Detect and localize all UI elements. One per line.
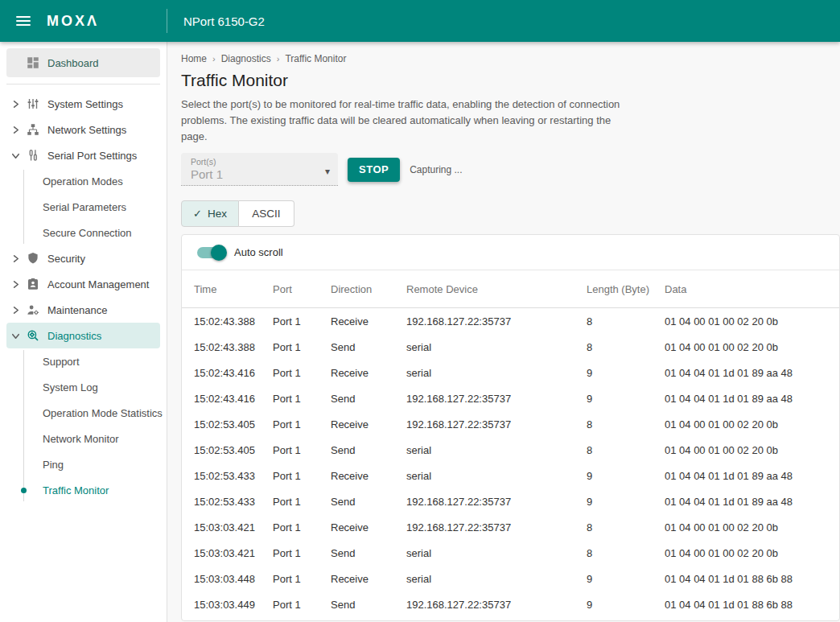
table-cell: 15:03:03.448	[194, 573, 273, 585]
moxa-logo: MOXΛ	[47, 13, 99, 30]
hex-toggle-label: Hex	[208, 208, 227, 220]
sidebar-subitem-traffic-monitor[interactable]: Traffic Monitor	[0, 477, 167, 503]
table-cell: Port 1	[273, 496, 331, 508]
breadcrumb-home[interactable]: Home	[181, 53, 207, 64]
table-cell: 01 04 00 01 00 02 20 0b	[665, 521, 839, 533]
sidebar-item-label: Security	[47, 253, 85, 265]
sidebar-subitem-operation-mode-statistics[interactable]: Operation Mode Statistics	[0, 400, 167, 426]
table-cell: 01 04 00 01 00 02 20 0b	[665, 444, 839, 456]
breadcrumb-diagnostics[interactable]: Diagnostics	[221, 53, 271, 64]
sidebar-subitem-support[interactable]: Support	[0, 348, 167, 374]
column-header: Time	[194, 283, 273, 295]
table-cell: 192.168.127.22:35737	[406, 418, 587, 430]
table-cell: serial	[406, 547, 587, 559]
diagnostics-icon	[24, 328, 42, 343]
hex-toggle-button[interactable]: ✓ Hex	[181, 200, 239, 227]
system-settings-icon	[24, 97, 42, 111]
table-cell: 15:03:03.421	[194, 521, 273, 533]
table-cell: Receive	[331, 367, 406, 379]
sidebar-item-serial-port-settings[interactable]: Serial Port Settings	[6, 142, 160, 168]
table-cell: 9	[587, 599, 665, 611]
stop-button[interactable]: STOP	[348, 158, 400, 182]
sidebar-subitem-network-monitor[interactable]: Network Monitor	[0, 426, 167, 451]
table-cell: Port 1	[273, 521, 331, 533]
sidebar-item-dashboard[interactable]: Dashboard	[6, 48, 160, 77]
table-cell: 01 04 04 01 1d 01 89 aa 48	[665, 470, 839, 482]
auto-scroll-toggle[interactable]	[197, 247, 224, 258]
table-cell: 15:02:53.405	[194, 418, 273, 430]
sidebar-subitem-system-log[interactable]: System Log	[0, 374, 167, 400]
breadcrumb-separator-icon: ›	[212, 54, 216, 64]
table-cell: Port 1	[273, 418, 331, 430]
network-settings-icon	[24, 122, 42, 137]
table-cell: Receive	[331, 470, 406, 482]
sidebar-subitem-label: Serial Parameters	[43, 201, 126, 213]
table-cell: 15:02:43.388	[194, 341, 273, 353]
serial-port-settings-icon	[24, 148, 42, 163]
table-row: 15:02:53.433Port 1Send192.168.127.22:357…	[182, 488, 839, 514]
table-cell: serial	[406, 573, 587, 585]
sidebar-subitem-label: Support	[43, 356, 80, 368]
device-name: NPort 6150-G2	[183, 14, 265, 28]
table-cell: 192.168.127.22:35737	[406, 521, 587, 533]
sidebar-item-security[interactable]: Security	[6, 245, 160, 271]
dashboard-icon	[24, 56, 42, 70]
table-row: 15:02:53.433Port 1Receiveserial901 04 04…	[182, 463, 839, 488]
column-header: Port	[273, 283, 331, 295]
table-cell: Receive	[331, 315, 406, 327]
table-cell: Port 1	[273, 599, 331, 611]
table-cell: 01 04 04 01 1d 01 88 6b 88	[665, 599, 839, 611]
sidebar-subitem-secure-connection[interactable]: Secure Connection	[0, 220, 167, 245]
page-description: Select the port(s) to be monitored for r…	[181, 97, 622, 145]
ascii-toggle-button[interactable]: ASCII	[239, 200, 294, 227]
sidebar-item-diagnostics[interactable]: Diagnostics	[6, 323, 160, 348]
sidebar-subitem-serial-parameters[interactable]: Serial Parameters	[0, 194, 167, 220]
table-cell: 192.168.127.22:35737	[406, 315, 587, 327]
table-cell: 01 04 04 01 1d 01 89 aa 48	[665, 496, 839, 508]
table-cell: 192.168.127.22:35737	[406, 599, 587, 611]
sidebar-subitem-label: Secure Connection	[43, 227, 132, 239]
table-cell: serial	[406, 341, 587, 353]
autoscroll-row: Auto scroll	[182, 235, 839, 270]
chevron-down-icon	[6, 150, 24, 161]
table-cell: 15:02:53.433	[194, 496, 273, 508]
column-header: Data	[665, 283, 839, 295]
table-row: 15:03:03.448Port 1Receiveserial901 04 04…	[182, 566, 839, 591]
check-icon: ✓	[193, 208, 202, 220]
table-cell: 15:03:03.449	[194, 599, 273, 611]
table-cell: Port 1	[273, 547, 331, 559]
sidebar-item-system-settings[interactable]: System Settings	[6, 91, 160, 117]
sidebar-subitem-operation-modes[interactable]: Operation Modes	[0, 168, 167, 194]
table-cell: 9	[587, 470, 665, 482]
table-cell: 15:02:43.416	[194, 367, 273, 379]
port-select[interactable]: Port(s) Port 1 ▾	[181, 153, 338, 186]
active-item-bullet-icon	[21, 488, 27, 493]
shield-icon	[24, 251, 42, 266]
hamburger-menu-icon[interactable]	[16, 16, 31, 26]
serial-port-submenu: Operation ModesSerial ParametersSecure C…	[0, 168, 167, 245]
table-cell: 192.168.127.22:35737	[406, 393, 587, 405]
table-row: 15:02:43.388Port 1Receive192.168.127.22:…	[182, 308, 839, 334]
table-cell: 8	[587, 521, 665, 533]
table-cell: Send	[331, 341, 406, 353]
table-cell: 8	[587, 444, 665, 456]
table-row: 15:02:53.405Port 1Receive192.168.127.22:…	[182, 411, 839, 437]
sidebar-subitem-ping[interactable]: Ping	[0, 451, 167, 477]
view-mode-toggle: ✓ Hex ASCII	[181, 200, 840, 227]
toggle-thumb	[211, 245, 227, 261]
sidebar-item-account-management[interactable]: Account Management	[6, 271, 160, 297]
table-cell: Port 1	[273, 315, 331, 327]
table-cell: 15:02:43.388	[194, 315, 273, 327]
table-row: 15:03:03.421Port 1Sendserial801 04 00 01…	[182, 540, 839, 566]
sidebar-item-network-settings[interactable]: Network Settings	[6, 117, 160, 142]
sidebar: Dashboard System Settings Network Settin…	[0, 42, 167, 622]
breadcrumb-separator-icon: ›	[277, 54, 280, 64]
table-cell: 15:02:43.416	[194, 393, 273, 405]
chevron-right-icon	[6, 99, 24, 109]
table-row: 15:02:43.416Port 1Receiveserial901 04 04…	[182, 360, 839, 385]
table-row: 15:02:53.405Port 1Sendserial801 04 00 01…	[182, 437, 839, 463]
sidebar-item-maintenance[interactable]: Maintenance	[6, 297, 160, 323]
table-cell: 15:03:03.421	[194, 547, 273, 559]
sidebar-subitem-label: Operation Mode Statistics	[43, 407, 163, 419]
chevron-right-icon	[6, 253, 24, 264]
